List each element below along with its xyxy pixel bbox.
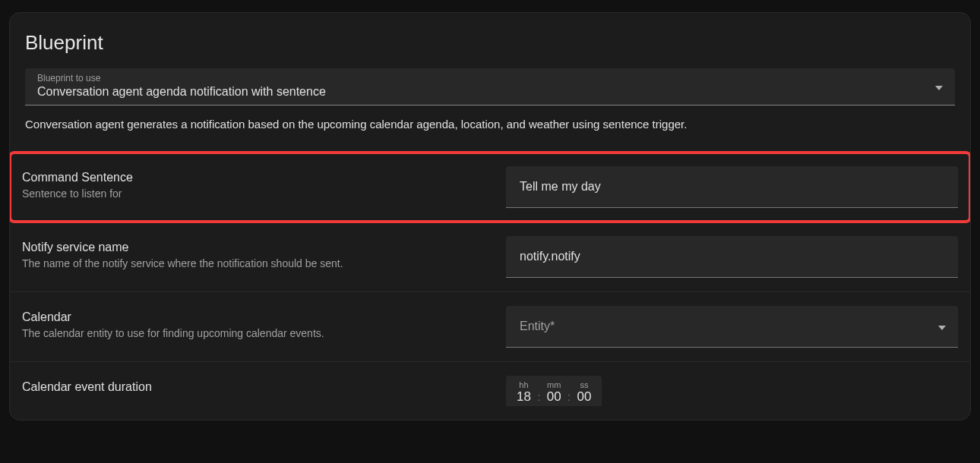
row-notify-service: Notify service name The name of the noti… <box>10 222 970 291</box>
notify-service-input[interactable] <box>506 236 958 278</box>
blueprint-card: Blueprint Blueprint to use Conversation … <box>9 12 971 420</box>
row-left: Calendar The calendar entity to use for … <box>22 306 506 339</box>
row-left: Command Sentence Sentence to listen for <box>22 166 506 200</box>
svg-marker-1 <box>938 326 946 330</box>
field-label: Calendar event duration <box>22 380 491 394</box>
row-left: Calendar event duration <box>22 376 506 397</box>
chevron-down-icon <box>938 320 946 333</box>
row-right <box>506 236 958 278</box>
calendar-entity-placeholder: Entity* <box>520 320 555 332</box>
row-right: hh 18 : mm 00 : ss 00 <box>506 376 958 406</box>
row-duration: Calendar event duration hh 18 : mm 00 : … <box>10 361 970 420</box>
row-right: Entity* <box>506 306 958 348</box>
blueprint-select-label: Blueprint to use <box>37 73 943 83</box>
calendar-entity-select[interactable]: Entity* <box>506 306 958 348</box>
row-calendar: Calendar The calendar entity to use for … <box>10 291 970 361</box>
svg-marker-0 <box>935 86 943 90</box>
command-sentence-input[interactable] <box>506 166 958 208</box>
field-sublabel: The name of the notify service where the… <box>22 257 491 269</box>
blueprint-select[interactable]: Blueprint to use Conversation agent agen… <box>25 68 955 106</box>
row-command-sentence: Command Sentence Sentence to listen for <box>10 153 970 222</box>
duration-input[interactable]: hh 18 : mm 00 : ss 00 <box>506 376 602 406</box>
row-left: Notify service name The name of the noti… <box>22 236 506 269</box>
field-label: Command Sentence <box>22 171 491 184</box>
card-header: Blueprint Blueprint to use Conversation … <box>10 13 970 138</box>
card-title: Blueprint <box>25 31 955 55</box>
duration-hours[interactable]: hh 18 <box>517 380 531 405</box>
colon-separator: : <box>564 389 574 405</box>
field-sublabel: Sentence to listen for <box>22 187 491 200</box>
duration-minutes[interactable]: mm 00 <box>547 380 561 405</box>
row-right <box>506 166 958 208</box>
duration-seconds[interactable]: ss 00 <box>577 380 591 405</box>
colon-separator: : <box>534 389 543 405</box>
field-label: Notify service name <box>22 241 491 254</box>
field-label: Calendar <box>22 310 491 324</box>
blueprint-select-value: Conversation agent agenda notification w… <box>37 85 326 98</box>
field-sublabel: The calendar entity to use for finding u… <box>22 327 491 339</box>
chevron-down-icon <box>935 80 943 93</box>
blueprint-description: Conversation agent generates a notificat… <box>25 118 955 131</box>
